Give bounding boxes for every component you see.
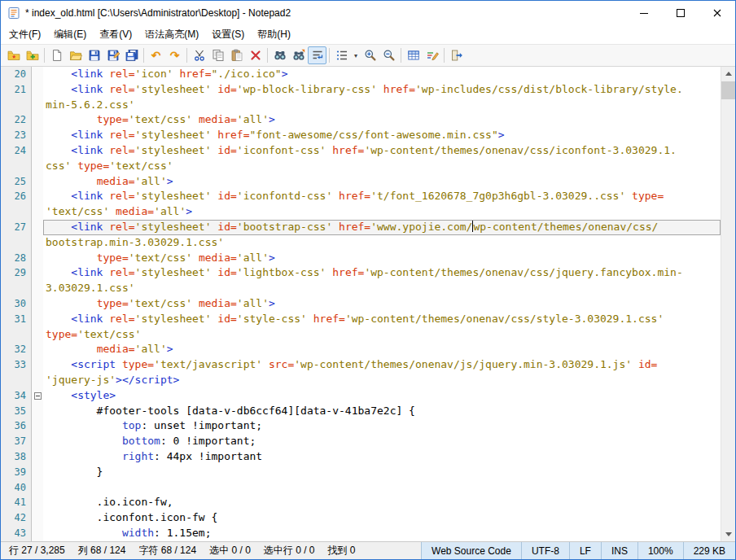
code-text[interactable]: min-5.6.2.css': [43, 98, 721, 113]
copy-button[interactable]: [208, 46, 227, 64]
line-number[interactable]: [1, 373, 32, 388]
line-number[interactable]: [1, 204, 32, 220]
code-text[interactable]: top: unset !important;: [43, 418, 721, 434]
line-number[interactable]: 23: [1, 128, 32, 143]
delete-button[interactable]: [246, 46, 265, 64]
line-number[interactable]: 26: [1, 189, 32, 204]
line-number[interactable]: 28: [1, 251, 32, 266]
menu-help[interactable]: 帮助(H): [251, 25, 297, 44]
titlebar[interactable]: * index_old.html [C:\Users\Administrator…: [1, 1, 735, 25]
code-text[interactable]: [43, 480, 721, 496]
customize-schemes-button[interactable]: [423, 46, 441, 64]
code-text[interactable]: <link rel='stylesheet' id='iconfontd-css…: [43, 189, 721, 204]
line-number[interactable]: 40: [1, 480, 32, 496]
line-number[interactable]: 37: [1, 434, 32, 449]
line-number[interactable]: 31: [1, 312, 32, 327]
code-text[interactable]: <link rel='stylesheet' id='wp-block-libr…: [43, 82, 721, 98]
code-text[interactable]: <link rel='stylesheet' id='bootstrap-css…: [43, 220, 721, 235]
open-file-button[interactable]: [66, 46, 85, 64]
code-text[interactable]: }: [43, 465, 721, 480]
code-text[interactable]: <style>: [43, 388, 721, 404]
word-wrap-button[interactable]: [308, 46, 326, 64]
fold-collapse-icon[interactable]: [34, 392, 42, 400]
code-text[interactable]: css' type='text/css': [43, 159, 721, 174]
line-number[interactable]: 29: [1, 265, 32, 281]
zoom-out-button[interactable]: [379, 46, 398, 64]
line-number[interactable]: 25: [1, 174, 32, 190]
line-number[interactable]: 21: [1, 82, 32, 98]
code-text[interactable]: <link rel='icon' href="./ico.ico">: [43, 67, 721, 82]
line-number[interactable]: 42: [1, 510, 32, 526]
menu-edit[interactable]: 编辑(E): [47, 25, 93, 44]
minimize-button[interactable]: [625, 1, 662, 25]
code-text[interactable]: <link rel='stylesheet' id='style-css' hr…: [43, 312, 721, 327]
status-encoding[interactable]: UTF-8: [521, 542, 569, 559]
status-zoom[interactable]: 100%: [637, 542, 683, 559]
scroll-down-button[interactable]: [721, 527, 735, 541]
menu-settings[interactable]: 设置(S): [205, 25, 251, 44]
line-numbers-button[interactable]: [332, 46, 351, 64]
code-text[interactable]: 'text/css' media='all'>: [43, 204, 721, 220]
undo-button[interactable]: ↶: [147, 46, 165, 64]
line-number[interactable]: [1, 281, 32, 296]
code-text[interactable]: #footer-tools [data-v-db6ccf64][data-v-4…: [43, 404, 721, 419]
zoom-in-button[interactable]: [361, 46, 379, 64]
replace-button[interactable]: [289, 46, 308, 64]
close-button[interactable]: [699, 1, 735, 25]
favorites-add-button[interactable]: [23, 46, 42, 64]
cut-button[interactable]: [190, 46, 208, 64]
line-number[interactable]: [1, 98, 32, 113]
line-number[interactable]: 39: [1, 465, 32, 480]
fold-margin[interactable]: [32, 388, 43, 404]
code-text[interactable]: width: 1.15em;: [43, 526, 721, 541]
line-number[interactable]: [1, 327, 32, 343]
menu-scheme[interactable]: 语法高亮(M): [138, 25, 205, 44]
line-number[interactable]: 30: [1, 296, 32, 312]
code-text[interactable]: type='text/css' media='all'>: [43, 251, 721, 266]
line-number[interactable]: 32: [1, 342, 32, 357]
code-text[interactable]: <link rel='stylesheet' id='lightbox-css'…: [43, 265, 721, 281]
code-text[interactable]: media='all'>: [43, 174, 721, 190]
line-numbers-dropdown-button[interactable]: ▾: [351, 46, 361, 64]
code-text[interactable]: right: 44px !important: [43, 449, 721, 465]
menu-view[interactable]: 查看(V): [93, 25, 138, 44]
line-number[interactable]: 35: [1, 404, 32, 419]
code-area[interactable]: 20 <link rel='icon' href="./ico.ico">21 …: [1, 67, 721, 541]
vertical-scrollbar[interactable]: [721, 67, 735, 541]
code-text[interactable]: <script type='text/javascript' src='wp-c…: [43, 357, 721, 373]
line-number[interactable]: [1, 159, 32, 174]
new-file-button[interactable]: [47, 46, 66, 64]
code-text[interactable]: type='text/css' media='all'>: [43, 296, 721, 312]
code-text[interactable]: type='text/css': [43, 327, 721, 343]
code-text[interactable]: media='all'>: [43, 342, 721, 357]
redo-button[interactable]: ↷: [165, 46, 184, 64]
line-number[interactable]: 20: [1, 67, 32, 82]
save-all-button[interactable]: [122, 46, 141, 64]
paste-button[interactable]: [227, 46, 246, 64]
code-text[interactable]: .iconfont.icon-fw {: [43, 510, 721, 526]
line-number[interactable]: 24: [1, 143, 32, 159]
line-number[interactable]: 22: [1, 112, 32, 128]
line-number[interactable]: 38: [1, 449, 32, 465]
code-text[interactable]: <link rel='stylesheet' href="font-awesom…: [43, 128, 721, 143]
line-number[interactable]: 33: [1, 357, 32, 373]
code-text[interactable]: 'jquery-js'></script>: [43, 373, 721, 388]
save-button[interactable]: [85, 46, 103, 64]
find-button[interactable]: [270, 46, 289, 64]
status-line-ending[interactable]: LF: [569, 542, 601, 559]
code-text[interactable]: 3.03029.1.css': [43, 281, 721, 296]
line-number[interactable]: [1, 235, 32, 251]
exit-button[interactable]: [447, 46, 466, 64]
status-insert-mode[interactable]: INS: [601, 542, 637, 559]
line-number[interactable]: 43: [1, 526, 32, 541]
scheme-config-button[interactable]: [404, 46, 423, 64]
line-number[interactable]: 41: [1, 495, 32, 510]
menu-file[interactable]: 文件(F): [2, 25, 47, 44]
code-text[interactable]: type='text/css' media='all'>: [43, 112, 721, 128]
line-number[interactable]: 27: [1, 220, 32, 235]
code-text[interactable]: bottom: 0 !important;: [43, 434, 721, 449]
save-as-button[interactable]: [103, 46, 122, 64]
code-text[interactable]: <link rel='stylesheet' id='iconfont-css'…: [43, 143, 721, 159]
code-text[interactable]: bootstrap.min-3.03029.1.css': [43, 235, 721, 251]
code-text[interactable]: .io.icon-fw,: [43, 495, 721, 510]
